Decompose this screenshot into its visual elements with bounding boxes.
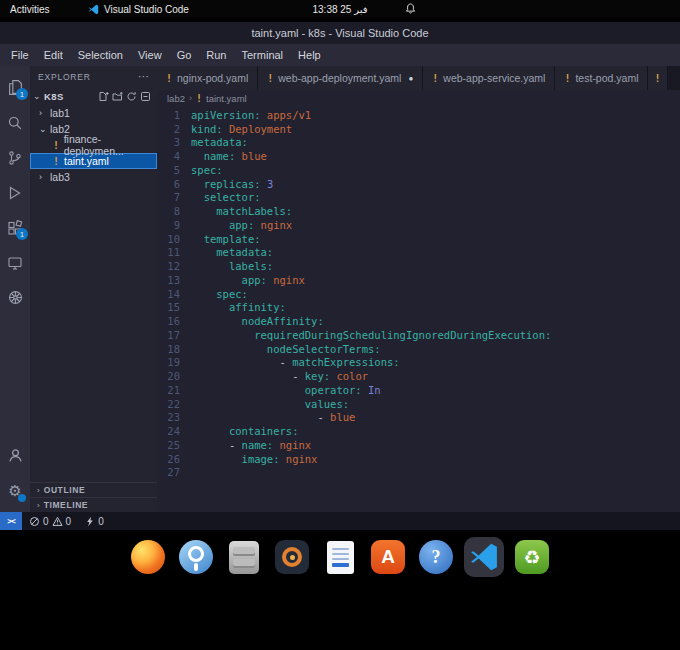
trash-icon[interactable]: ♻ — [512, 537, 552, 577]
tab-web-app-deployment-yaml[interactable]: !web-app-deployment.yaml● — [258, 66, 423, 90]
workspace-header[interactable]: ⌄ K8S — [30, 87, 157, 105]
outline-section[interactable]: › OUTLINE — [30, 482, 157, 497]
explorer-title: EXPLORER — [38, 72, 91, 82]
remote-indicator[interactable]: >< — [0, 512, 22, 530]
code-line[interactable]: 7 selector: — [157, 191, 680, 205]
line-number: 5 — [157, 164, 191, 176]
explorer-icon[interactable]: 1 — [0, 70, 30, 105]
vscode-icon[interactable] — [464, 537, 504, 577]
menu-view[interactable]: View — [131, 47, 169, 63]
code-line[interactable]: 4 name: blue — [157, 149, 680, 163]
settings-icon[interactable]: ⚙ — [0, 473, 30, 508]
new-folder-icon[interactable] — [112, 91, 123, 102]
code-line[interactable]: 3metadata: — [157, 136, 680, 150]
tab-web-app-service-yaml[interactable]: !web-app-service.yaml — [423, 66, 555, 90]
menu-help[interactable]: Help — [291, 47, 328, 63]
breadcrumb-folder[interactable]: lab2 — [167, 93, 185, 104]
code-line[interactable]: 9 app: nginx — [157, 218, 680, 232]
code-line[interactable]: 17 requiredDuringSchedulingIgnoredDuring… — [157, 328, 680, 342]
code-line[interactable]: 23 - blue — [157, 411, 680, 425]
yaml-warning-icon: ! — [53, 140, 61, 151]
files-icon[interactable] — [224, 537, 264, 577]
menu-edit[interactable]: Edit — [37, 47, 70, 63]
code-line[interactable]: 22 values: — [157, 397, 680, 411]
code-line[interactable]: 8 matchLabels: — [157, 204, 680, 218]
yaml-warning-icon: ! — [432, 73, 438, 84]
line-number: 2 — [157, 123, 191, 135]
breadcrumb-file[interactable]: taint.yaml — [206, 93, 247, 104]
code-area[interactable]: 1apiVersion: apps/v12kind: Deployment3me… — [157, 106, 680, 512]
source-control-icon[interactable] — [0, 140, 30, 175]
code-line[interactable]: 21 operator: In — [157, 383, 680, 397]
workspace-name: K8S — [44, 91, 64, 102]
code-line[interactable]: 12 labels: — [157, 259, 680, 273]
menu-go[interactable]: Go — [170, 47, 199, 63]
notification-bell-icon[interactable] — [404, 2, 417, 18]
new-file-icon[interactable] — [98, 91, 109, 102]
menu-selection[interactable]: Selection — [71, 47, 130, 63]
focused-app-indicator[interactable]: Visual Studio Code — [88, 4, 189, 15]
code-line[interactable]: 1apiVersion: apps/v1 — [157, 108, 680, 122]
menu-run[interactable]: Run — [199, 47, 233, 63]
menu-terminal[interactable]: Terminal — [235, 47, 291, 63]
warning-count: 0 — [66, 516, 72, 527]
run-debug-icon[interactable] — [0, 175, 30, 210]
code-line[interactable]: 10 template: — [157, 232, 680, 246]
line-number: 14 — [157, 288, 191, 300]
tab-overflow[interactable]: ! — [648, 66, 668, 90]
code-line[interactable]: 16 nodeAffinity: — [157, 314, 680, 328]
tree-folder-lab1[interactable]: ›lab1 — [30, 105, 157, 121]
breadcrumb[interactable]: lab2 › ! taint.yaml — [157, 90, 680, 106]
clock[interactable]: 13:38 25 فبر — [312, 4, 367, 15]
code-text: app: nginx — [191, 274, 305, 286]
menu-file[interactable]: File — [4, 47, 36, 63]
more-actions-icon[interactable]: ⋯ — [138, 71, 149, 82]
libreoffice-writer-icon[interactable] — [320, 537, 360, 577]
code-line[interactable]: 15 affinity: — [157, 301, 680, 315]
code-line[interactable]: 20 - key: color — [157, 369, 680, 383]
timeline-label: TIMELINE — [44, 500, 88, 510]
code-line[interactable]: 25 - name: nginx — [157, 438, 680, 452]
tab-test-pod-yaml[interactable]: !test-pod.yaml — [555, 66, 648, 90]
code-line[interactable]: 19 - matchExpressions: — [157, 356, 680, 370]
activities-button[interactable]: Activities — [10, 4, 49, 15]
code-text: - matchExpressions: — [191, 356, 400, 368]
ports-indicator[interactable]: 0 — [78, 516, 111, 527]
code-line[interactable]: 14 spec: — [157, 287, 680, 301]
rhythmbox-icon[interactable] — [272, 537, 312, 577]
code-text: labels: — [191, 260, 273, 272]
tree-folder-lab3[interactable]: ›lab3 — [30, 169, 157, 185]
tree-file-finance-deploymen[interactable]: !finance-deploymen... — [30, 137, 157, 153]
problems-indicator[interactable]: 0 0 — [22, 516, 78, 527]
yaml-warning-icon: ! — [53, 156, 61, 167]
code-line[interactable]: 11 metadata: — [157, 246, 680, 260]
code-line[interactable]: 26 image: nginx — [157, 452, 680, 466]
kubernetes-icon[interactable] — [0, 280, 30, 315]
tab-nginx-pod-yaml[interactable]: !nginx-pod.yaml — [157, 66, 258, 90]
refresh-explorer-icon[interactable] — [126, 91, 137, 102]
account-icon[interactable] — [0, 438, 30, 473]
help-icon[interactable]: ? — [416, 537, 456, 577]
code-line[interactable]: 2kind: Deployment — [157, 122, 680, 136]
code-text: spec: — [191, 164, 223, 176]
code-line[interactable]: 6 replicas: 3 — [157, 177, 680, 191]
code-line[interactable]: 24 containers: — [157, 424, 680, 438]
line-number: 20 — [157, 370, 191, 382]
remote-explorer-icon[interactable] — [0, 245, 30, 280]
web-browser-icon[interactable] — [176, 537, 216, 577]
line-number: 11 — [157, 246, 191, 258]
extensions-icon[interactable]: 1 — [0, 210, 30, 245]
timeline-section[interactable]: › TIMELINE — [30, 497, 157, 512]
chevron-down-icon: ⌄ — [39, 124, 47, 134]
code-line[interactable]: 27 — [157, 466, 680, 480]
badge: 1 — [16, 88, 28, 100]
code-text: apiVersion: apps/v1 — [191, 109, 311, 121]
app-center-icon[interactable]: A — [368, 537, 408, 577]
window-titlebar[interactable]: taint.yaml - k8s - Visual Studio Code — [0, 22, 680, 44]
collapse-folders-icon[interactable] — [140, 91, 151, 102]
search-icon[interactable] — [0, 105, 30, 140]
code-line[interactable]: 13 app: nginx — [157, 273, 680, 287]
firefox-icon[interactable] — [128, 537, 168, 577]
code-line[interactable]: 18 nodeSelectorTerms: — [157, 342, 680, 356]
code-line[interactable]: 5spec: — [157, 163, 680, 177]
